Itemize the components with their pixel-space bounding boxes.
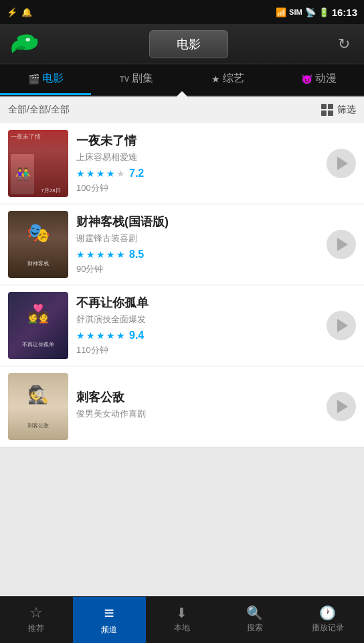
movie-duration: 90分钟 — [76, 263, 321, 275]
movie-desc: 谢霆锋古装喜剧 — [76, 232, 321, 244]
tab-variety-label: 综艺 — [223, 72, 244, 86]
movie-item[interactable]: 💑 不再让你孤单 不再让你孤单 舒淇演技全面爆发 ★ ★ ★ ★ ★ 9.4 1… — [0, 285, 364, 366]
star-3: ★ — [96, 249, 105, 260]
movie-tab-icon: 🎬 — [28, 74, 39, 84]
play-button[interactable] — [327, 311, 356, 340]
nav-local[interactable]: ⬇ 本地 — [146, 597, 219, 643]
star-1: ★ — [76, 168, 85, 179]
recommend-label: 推荐 — [28, 623, 44, 634]
tab-tv[interactable]: TV 剧集 — [91, 64, 182, 95]
movie-info: 财神客栈(国语版) 谢霆锋古装喜剧 ★ ★ ★ ★ ★ 8.5 90分钟 — [76, 214, 321, 275]
play-button[interactable] — [327, 149, 356, 178]
search-icon: 🔍 — [246, 606, 263, 620]
movie-poster: 💑 不再让你孤单 — [8, 292, 68, 359]
play-icon — [337, 400, 348, 413]
movie-info: 刺客公敌 俊男美女动作喜剧 — [76, 389, 321, 424]
movie-duration: 100分钟 — [76, 182, 321, 194]
star-3: ★ — [96, 168, 105, 179]
tab-anime-label: 动漫 — [315, 72, 337, 86]
movie-title: 不再让你孤单 — [76, 295, 321, 311]
movie-item[interactable]: 🎭 财神客栈 财神客栈(国语版) 谢霆锋古装喜剧 ★ ★ ★ ★ ★ 8.5 9… — [0, 204, 364, 285]
movie-desc: 舒淇演技全面爆发 — [76, 313, 321, 326]
star-1: ★ — [76, 249, 85, 260]
wifi-icon: 📶 — [276, 7, 286, 17]
battery-icon: 🔋 — [318, 7, 329, 17]
movie-poster: 一夜未了情 👫 7月28日 — [8, 130, 68, 197]
svg-point-0 — [25, 38, 30, 41]
refresh-button[interactable]: ↻ — [331, 35, 357, 53]
clock: 16:13 — [332, 7, 357, 18]
tv-tab-icon: TV — [120, 75, 129, 83]
tab-tv-label: 剧集 — [132, 72, 153, 86]
channel-label: 频道 — [101, 624, 117, 636]
signal-icon: 📡 — [305, 7, 316, 17]
star-3: ★ — [96, 330, 105, 341]
movie-title: 一夜未了情 — [76, 133, 321, 149]
play-button[interactable] — [327, 392, 356, 421]
rating-number: 8.5 — [129, 248, 144, 261]
movie-item[interactable]: 一夜未了情 👫 7月28日 一夜未了情 上床容易相爱难 ★ ★ ★ — [0, 123, 364, 204]
vibrate-icon: 🔔 — [21, 7, 32, 17]
nav-channel[interactable]: ≡ 频道 — [73, 597, 146, 643]
movie-desc: 上床容易相爱难 — [76, 151, 321, 163]
bottom-nav: ☆ 推荐 ≡ 频道 ⬇ 本地 🔍 搜索 🕐 播放记录 — [0, 596, 364, 643]
tab-movie-label: 电影 — [42, 72, 64, 86]
filter-right[interactable]: 筛选 — [321, 104, 356, 116]
movie-desc: 俊男美女动作喜剧 — [76, 408, 321, 420]
star-4: ★ — [106, 249, 115, 260]
anime-tab-icon: 😈 — [301, 74, 312, 84]
rating-number: 9.4 — [129, 330, 144, 342]
movie-item[interactable]: 🕵️ 刺客公敌 刺客公敌 俊男美女动作喜剧 — [0, 366, 364, 447]
recommend-icon: ☆ — [29, 605, 43, 620]
movie-rating: ★ ★ ★ ★ ★ 9.4 — [76, 330, 321, 342]
movie-rating: ★ ★ ★ ★ ★ 8.5 — [76, 248, 321, 261]
status-left-icons: ⚡ 🔔 — [7, 7, 32, 17]
movie-rating: ★ ★ ★ ★ ★ 7.2 — [76, 167, 321, 180]
filter-bar: 全部/全部/全部 筛选 — [0, 96, 364, 123]
history-icon: 🕐 — [319, 606, 336, 620]
rating-number: 7.2 — [129, 167, 144, 180]
movie-info: 一夜未了情 上床容易相爱难 ★ ★ ★ ★ ★ 7.2 100分钟 — [76, 133, 321, 194]
movie-title: 财神客栈(国语版) — [76, 214, 321, 230]
play-button[interactable] — [327, 230, 356, 259]
movie-list: 一夜未了情 👫 7月28日 一夜未了情 上床容易相爱难 ★ ★ ★ — [0, 123, 364, 596]
header: 电影 ↻ — [0, 24, 364, 64]
star-1: ★ — [76, 330, 85, 341]
stars: ★ ★ ★ ★ ★ — [76, 330, 125, 341]
app-logo — [7, 29, 47, 59]
star-4: ★ — [106, 330, 115, 341]
variety-tab-icon: ★ — [211, 74, 220, 84]
nav-recommend[interactable]: ☆ 推荐 — [0, 597, 73, 643]
tab-anime[interactable]: 😈 动漫 — [273, 64, 364, 95]
star-5: ★ — [116, 249, 125, 260]
grid-view-icon — [321, 104, 333, 116]
status-bar: ⚡ 🔔 📶 SIM 📡 🔋 16:13 — [0, 0, 364, 24]
star-5: ★ — [116, 168, 125, 179]
movie-title: 刺客公敌 — [76, 389, 321, 405]
stars: ★ ★ ★ ★ ★ — [76, 168, 125, 179]
movie-poster: 🕵️ 刺客公敌 — [8, 373, 68, 440]
movie-duration: 110分钟 — [76, 344, 321, 356]
nav-history[interactable]: 🕐 播放记录 — [291, 597, 364, 643]
star-2: ★ — [86, 168, 95, 179]
nav-search[interactable]: 🔍 搜索 — [218, 597, 291, 643]
play-icon — [337, 157, 348, 170]
channel-icon: ≡ — [104, 604, 114, 622]
play-icon — [337, 319, 348, 332]
tab-variety[interactable]: ★ 综艺 — [182, 64, 273, 95]
refresh-icon: ↻ — [338, 35, 350, 52]
filter-arrow — [175, 91, 189, 98]
filter-label[interactable]: 筛选 — [337, 104, 356, 116]
filter-path[interactable]: 全部/全部/全部 — [8, 104, 70, 116]
movie-title-button[interactable]: 电影 — [149, 30, 228, 58]
tab-movie[interactable]: 🎬 电影 — [0, 64, 91, 95]
star-2: ★ — [86, 330, 95, 341]
movie-info: 不再让你孤单 舒淇演技全面爆发 ★ ★ ★ ★ ★ 9.4 110分钟 — [76, 295, 321, 356]
star-4: ★ — [106, 168, 115, 179]
star-5: ★ — [116, 330, 125, 341]
usb-icon: ⚡ — [7, 7, 17, 17]
history-label: 播放记录 — [312, 622, 344, 634]
stars: ★ ★ ★ ★ ★ — [76, 249, 125, 260]
star-2: ★ — [86, 249, 95, 260]
play-icon — [337, 238, 348, 251]
